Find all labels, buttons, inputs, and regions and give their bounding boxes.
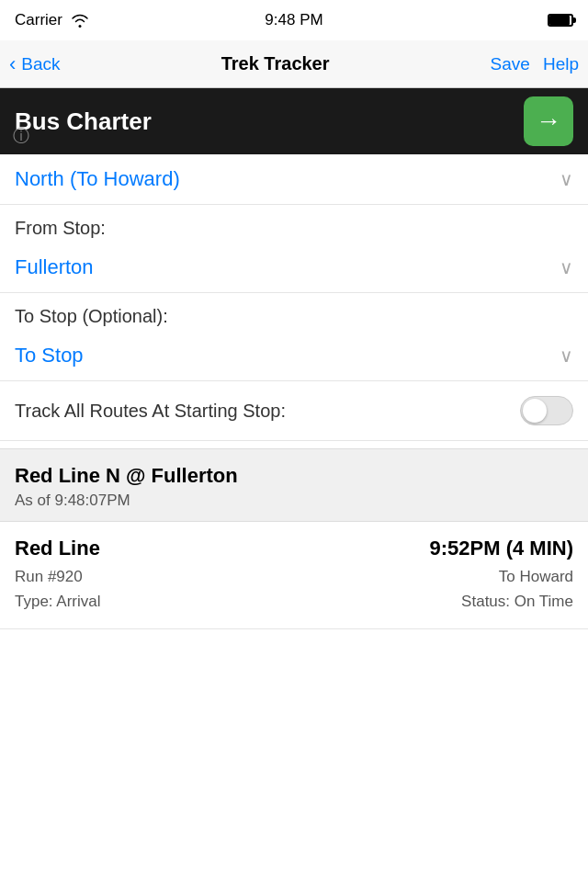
help-button[interactable]: Help (543, 54, 579, 74)
from-stop-chevron-icon: ∨ (560, 256, 573, 278)
from-stop-label: From Stop: (0, 205, 588, 243)
results-subtitle: As of 9:48:07PM (15, 492, 573, 510)
wifi-icon (70, 13, 90, 28)
results-section: Red Line N @ Fullerton As of 9:48:07PM (0, 448, 588, 522)
result-destination: To Howard (461, 564, 573, 589)
toggle-knob (523, 399, 547, 423)
result-detail-left: Run #920 Type: Arrival (15, 564, 101, 614)
battery-icon (548, 14, 573, 27)
to-stop-dropdown[interactable]: To Stop ∨ (0, 331, 588, 381)
result-time: 9:52PM (4 MIN) (430, 537, 573, 560)
results-title: Red Line N @ Fullerton (15, 464, 573, 488)
arrow-right-icon: → (536, 108, 561, 134)
nav-title: Trek Tracker (221, 53, 330, 74)
track-all-label: Track All Routes At Starting Stop: (15, 401, 286, 422)
result-line-name: Red Line (15, 537, 100, 560)
status-bar-left: Carrier (15, 11, 90, 29)
back-button[interactable]: ‹ Back (9, 52, 61, 76)
back-chevron-icon: ‹ (9, 52, 16, 76)
result-bottom: Run #920 Type: Arrival To Howard Status:… (15, 564, 573, 614)
to-stop-chevron-icon: ∨ (560, 345, 573, 367)
carrier-label: Carrier (15, 11, 62, 29)
result-detail-right: To Howard Status: On Time (461, 564, 573, 614)
info-icon[interactable]: ⓘ (13, 125, 29, 147)
next-button[interactable]: → (524, 96, 573, 146)
header-banner: Bus Charter ⓘ → (0, 88, 588, 154)
direction-chevron-icon: ∨ (560, 168, 573, 190)
direction-value: North (To Howard) (15, 167, 180, 191)
direction-dropdown[interactable]: North (To Howard) ∨ (0, 154, 588, 205)
to-stop-label: To Stop (Optional): (0, 293, 588, 331)
result-status: Status: On Time (461, 589, 573, 614)
from-stop-value: Fullerton (15, 255, 94, 279)
track-all-row: Track All Routes At Starting Stop: (0, 381, 588, 441)
main-content: North (To Howard) ∨ From Stop: Fullerton… (0, 154, 588, 629)
status-bar-time: 9:48 PM (265, 11, 322, 29)
status-bar-right (548, 14, 573, 27)
save-button[interactable]: Save (491, 54, 530, 74)
nav-bar: ‹ Back Trek Tracker Save Help (0, 40, 588, 88)
from-stop-dropdown[interactable]: Fullerton ∨ (0, 243, 588, 293)
result-row[interactable]: Red Line 9:52PM (4 MIN) Run #920 Type: A… (0, 522, 588, 629)
result-type: Type: Arrival (15, 589, 101, 614)
header-title: Bus Charter (15, 107, 152, 136)
status-bar: Carrier 9:48 PM (0, 0, 588, 40)
back-label: Back (21, 54, 60, 74)
to-stop-value: To Stop (15, 344, 84, 368)
track-all-toggle[interactable] (520, 396, 573, 425)
result-run: Run #920 (15, 564, 101, 589)
result-top: Red Line 9:52PM (4 MIN) (15, 537, 573, 560)
nav-actions: Save Help (491, 54, 579, 74)
